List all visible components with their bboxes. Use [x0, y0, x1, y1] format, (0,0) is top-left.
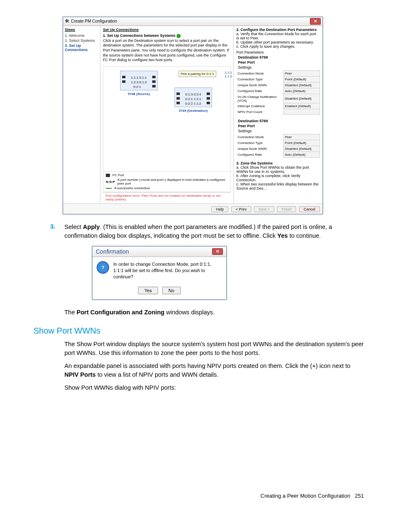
destination-caption: 5769 (Destination): [175, 109, 212, 113]
main-column: Set Up Connections 1. Set Up Connections…: [100, 26, 233, 203]
dialog-footer: Help < Prev Next > Finish Cancel: [63, 203, 322, 214]
steps-header: Steps: [65, 28, 98, 32]
destination-host[interactable]: 0:1:3 0:2:4 0:2:1 1:1:1 0:2:2 1:1:2 5769…: [174, 87, 212, 107]
page-footer: Creating a Peer Motion Configuration 251: [33, 493, 366, 499]
app-icon: 🛠: [65, 19, 70, 24]
source-caption: 5768 (Source): [120, 92, 157, 96]
help-button[interactable]: Help: [211, 206, 228, 212]
dialog-titlebar: 🛠 Create PM Configuration ✕: [63, 17, 322, 26]
fc-port-icon: [106, 174, 110, 177]
next-button: Next >: [254, 206, 274, 212]
topology-area: 1:1:1 0:1:1 1:2:3 0:1:2 0:2:1 5768 (Sour…: [103, 66, 231, 172]
prev-button[interactable]: < Prev: [231, 206, 251, 212]
right-column: 2. Configure the Destination Port Parame…: [233, 26, 322, 203]
section-paragraph-2: An expandable panel is associated with p…: [64, 362, 366, 379]
close-icon[interactable]: ✕: [212, 248, 223, 255]
step-number: 3.: [33, 223, 64, 240]
port-parameters-table-1: Connection ModePeer Connection TypePoint…: [236, 70, 320, 115]
step-text: Select Apply. (This is enabled when the …: [64, 223, 366, 240]
steps-column: Steps 1. Welcome 2. Select Systems 3. Se…: [63, 26, 100, 203]
dialog-title: Create PM Configuration: [71, 19, 117, 23]
legend: FC Port N:S:PA port number (<node:slot:p…: [103, 172, 231, 192]
refresh-icon[interactable]: [176, 34, 181, 38]
question-icon: ?: [97, 261, 109, 274]
error-message: Port configuration error: Peer Ports are…: [103, 192, 231, 202]
step-welcome[interactable]: 1. Welcome: [65, 33, 98, 38]
success-line-icon: [106, 188, 112, 189]
instruction-1: 1. Set Up Connections between Systems Cl…: [103, 33, 231, 63]
confirm-message: In order to change Connection Mode, port…: [113, 261, 222, 280]
no-button[interactable]: No: [162, 287, 181, 294]
cancel-button[interactable]: Cancel: [299, 206, 320, 212]
step-select-systems[interactable]: 2. Select Systems: [65, 39, 98, 43]
create-pm-config-dialog: 🛠 Create PM Configuration ✕ Steps 1. Wel…: [63, 17, 323, 214]
yes-button[interactable]: Yes: [138, 287, 158, 294]
port-parameters-table-2: Connection ModePeer Connection TypePoint…: [236, 134, 320, 158]
confirmation-dialog: Confirmation ✕ ? In order to change Conn…: [92, 246, 227, 300]
section-paragraph-1: The Show Port window displays the source…: [64, 340, 366, 357]
pairing-tooltip: Pick a pairing for 0:1:1: [179, 71, 216, 77]
main-header: Set Up Connections: [103, 28, 231, 32]
step-3-item: 3. Select Apply. (This is enabled when t…: [33, 223, 366, 240]
source-host[interactable]: 1:1:1 0:1:1 1:2:3 0:1:2 0:2:1 5768 (Sour…: [120, 71, 158, 90]
finish-button: Finish: [277, 206, 296, 212]
confirm-titlebar: Confirmation ✕: [92, 247, 226, 257]
section-heading: Show Port WWNs: [33, 326, 366, 336]
close-icon[interactable]: ✕: [310, 18, 321, 25]
section-paragraph-3: Show Port WWNs dialog with NPIV ports:: [64, 383, 366, 392]
pairing-list[interactable]: 1:1:1 1:1:2: [225, 71, 232, 78]
step-setup-connections[interactable]: 3. Set Up Connections: [65, 44, 98, 52]
after-confirm-text: The Port Configuration and Zoning window…: [64, 308, 366, 317]
